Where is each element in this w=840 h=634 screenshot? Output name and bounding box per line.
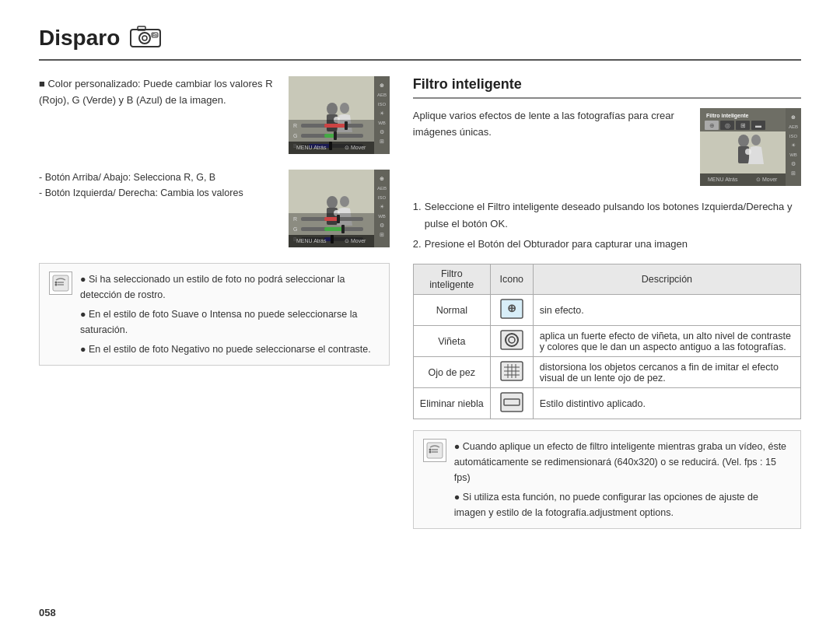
svg-text:☀: ☀ xyxy=(791,142,796,148)
svg-text:⊞: ⊞ xyxy=(380,232,384,237)
svg-point-2 xyxy=(142,36,147,40)
svg-text:MENU Atrás: MENU Atrás xyxy=(296,145,327,150)
icon-fisheye xyxy=(490,357,533,388)
svg-text:⊙ Mover: ⊙ Mover xyxy=(756,177,778,182)
svg-text:⊕: ⊕ xyxy=(507,302,516,314)
svg-text:⊞: ⊞ xyxy=(740,122,746,129)
table-header-row: Filtro inteligente Icono Descripción xyxy=(413,264,800,295)
svg-point-71 xyxy=(738,135,749,147)
right-column: Filtro inteligente Aplique varios efecto… xyxy=(413,76,801,529)
button-section: - Botón Arriba/ Abajo: Selecciona R, G, … xyxy=(39,170,390,247)
content-columns: ■ Color personalizado: Puede cambiar los… xyxy=(39,76,801,529)
page-title: Disparo xyxy=(39,26,120,51)
note-bullet-2: ● En el estilo de foto Suave o Intensa n… xyxy=(80,306,380,338)
camera-screen-1: ⊕ AEB ISO ☀ WB ⚙ ⊞ R xyxy=(289,76,390,154)
svg-text:WB: WB xyxy=(378,214,386,219)
right-note-text: ● Cuando aplique un efecto de filtro int… xyxy=(454,439,791,520)
filter-name-vineta: Viñeta xyxy=(413,326,490,357)
table-row: Eliminar niebla Estilo distintivo aplica… xyxy=(413,388,800,419)
filter-desc-normal: sin efecto. xyxy=(533,295,800,326)
svg-text:G: G xyxy=(293,133,297,138)
svg-text:☀: ☀ xyxy=(380,204,384,209)
color-section: ■ Color personalizado: Puede cambiar los… xyxy=(39,76,390,154)
svg-point-8 xyxy=(327,103,338,115)
filter-desc-vineta: aplica un fuerte efecto de viñeta, un al… xyxy=(533,326,800,357)
svg-point-74 xyxy=(745,149,751,155)
svg-rect-52 xyxy=(324,217,338,221)
steps-list: Seleccione el Filtro inteligente deseado… xyxy=(413,198,801,253)
col-header-icon: Icono xyxy=(490,264,533,295)
svg-text:AEB: AEB xyxy=(789,124,798,129)
bottom-note-box: ● Cuando aplique un efecto de filtro int… xyxy=(413,430,801,529)
svg-text:Fn: Fn xyxy=(152,33,157,37)
svg-text:G: G xyxy=(293,226,297,232)
svg-text:⊞: ⊞ xyxy=(791,170,796,176)
svg-rect-56 xyxy=(324,227,343,231)
top-right-area: Aplique varios efectos de lente a las fo… xyxy=(413,108,801,186)
icon-fog xyxy=(490,388,533,419)
filter-desc-fog: Estilo distintivo aplicado. xyxy=(533,388,800,419)
svg-point-37 xyxy=(327,196,338,208)
svg-point-39 xyxy=(340,196,349,207)
svg-point-1 xyxy=(139,33,150,44)
right-note-bullet-1: ● Cuando aplique un efecto de filtro int… xyxy=(454,439,791,485)
svg-rect-3 xyxy=(138,26,145,30)
col-header-desc: Descripción xyxy=(533,264,800,295)
button-text: - Botón Arriba/ Abajo: Selecciona R, G, … xyxy=(39,170,279,247)
button-line2: - Botón Izquierda/ Derecha: Cambia los v… xyxy=(39,185,279,201)
svg-text:ISO: ISO xyxy=(789,134,798,138)
note-icon-left xyxy=(49,271,72,295)
camera-icon: Fn xyxy=(128,23,165,53)
filter-name-normal: Normal xyxy=(413,295,490,326)
svg-rect-24 xyxy=(345,121,348,130)
step-1: Seleccione el Filtro inteligente deseado… xyxy=(413,198,801,233)
svg-rect-57 xyxy=(341,225,345,233)
section-title: Filtro inteligente xyxy=(413,76,801,99)
svg-text:MENU Atrás: MENU Atrás xyxy=(708,177,738,182)
left-note-box: ● Si ha seleccionado un estilo de foto n… xyxy=(39,263,390,366)
svg-text:WB: WB xyxy=(378,121,386,125)
filter-name-fisheye: Ojo de pez xyxy=(413,357,490,388)
svg-point-10 xyxy=(340,103,349,114)
svg-text:AEB: AEB xyxy=(377,93,387,97)
right-note-bullet-2: ● Si utiliza esta función, no puede conf… xyxy=(454,489,791,520)
svg-rect-28 xyxy=(334,131,337,140)
note-bullet-3: ● En el estilo de foto Negativo no puede… xyxy=(80,342,380,357)
svg-text:◎: ◎ xyxy=(725,122,730,129)
svg-text:⊕: ⊕ xyxy=(380,82,384,88)
intro-text-block: Aplique varios efectos de lente a las fo… xyxy=(413,108,688,186)
svg-text:WB: WB xyxy=(789,152,797,157)
svg-text:⊙ Mover: ⊙ Mover xyxy=(345,145,366,150)
svg-text:▬: ▬ xyxy=(755,122,761,129)
table-row: Normal ⊕ sin efecto. xyxy=(413,295,800,326)
svg-text:⊕: ⊕ xyxy=(380,176,384,181)
svg-point-114 xyxy=(429,451,431,454)
filter-desc-fisheye: distorsiona los objetos cercanos a fin d… xyxy=(533,357,800,388)
filter-table: Filtro inteligente Icono Descripción Nor… xyxy=(413,264,801,419)
svg-text:⚙: ⚙ xyxy=(380,222,384,228)
svg-text:⊕: ⊕ xyxy=(709,122,715,129)
svg-text:R: R xyxy=(293,123,297,128)
left-note-text: ● Si ha seleccionado un estilo de foto n… xyxy=(80,271,380,357)
intro-text: Aplique varios efectos de lente a las fo… xyxy=(413,108,688,141)
camera-screen-right: Filtro inteligente ⊕ ◎ ⊞ ▬ ⊕ AEB xyxy=(700,108,801,186)
svg-text:⚙: ⚙ xyxy=(380,129,384,135)
svg-point-113 xyxy=(429,449,431,451)
left-column: ■ Color personalizado: Puede cambiar los… xyxy=(39,76,390,529)
svg-text:⊞: ⊞ xyxy=(380,138,384,144)
table-row: Ojo de pez xyxy=(413,357,800,388)
svg-point-73 xyxy=(751,135,761,145)
svg-text:Filtro inteligente: Filtro inteligente xyxy=(706,113,749,119)
step-2: Presione el Botón del Obturador para cap… xyxy=(413,236,801,253)
svg-text:⊕: ⊕ xyxy=(791,114,796,120)
color-text: ■ Color personalizado: Puede cambiar los… xyxy=(39,76,279,154)
svg-text:⚙: ⚙ xyxy=(791,161,796,166)
note-bullet-1: ● Si ha seleccionado un estilo de foto n… xyxy=(80,271,380,303)
page: Disparo Fn ■ Color personalizado: Pu xyxy=(0,0,840,634)
icon-normal: ⊕ xyxy=(490,295,533,326)
svg-point-68 xyxy=(55,282,58,284)
svg-text:☀: ☀ xyxy=(380,110,384,116)
svg-text:ISO: ISO xyxy=(378,102,387,107)
col-header-filter: Filtro inteligente xyxy=(413,264,490,295)
svg-text:R: R xyxy=(293,216,297,222)
